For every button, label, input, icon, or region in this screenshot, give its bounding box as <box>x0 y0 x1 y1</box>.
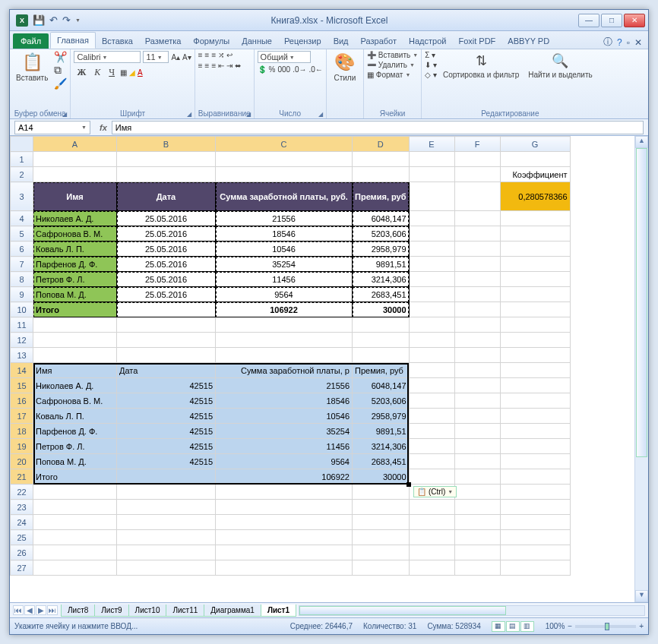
tab-layout[interactable]: Разметка <box>139 33 188 49</box>
cell[interactable] <box>216 545 353 560</box>
scroll-down-icon[interactable]: ▼ <box>635 590 648 602</box>
cell[interactable] <box>409 424 454 439</box>
window-close-icon[interactable]: ✕ <box>634 37 642 48</box>
cell[interactable]: 42515 <box>117 424 216 439</box>
cells-insert-button[interactable]: ➕Вставить▼ <box>367 51 418 59</box>
cell[interactable] <box>117 560 216 576</box>
cell[interactable] <box>117 515 216 530</box>
cell[interactable] <box>216 530 353 545</box>
cell[interactable] <box>117 530 216 545</box>
name-box[interactable]: A14▼ <box>14 121 90 134</box>
tab-foxit[interactable]: Foxit PDF <box>452 33 501 49</box>
cell[interactable] <box>216 348 353 363</box>
cell[interactable]: 9891,51 <box>353 424 410 439</box>
cell[interactable] <box>409 152 454 167</box>
cell[interactable] <box>500 226 570 242</box>
row-header[interactable]: 12 <box>11 333 33 348</box>
cell[interactable]: Итого <box>33 469 117 485</box>
row-header[interactable]: 19 <box>11 439 33 454</box>
cell[interactable]: 9564 <box>216 454 353 469</box>
cell[interactable] <box>353 560 410 576</box>
cell[interactable]: 30000 <box>353 469 410 485</box>
cell[interactable]: Итого <box>33 302 117 317</box>
tab-nav-prev-icon[interactable]: ◀ <box>24 605 35 615</box>
cell[interactable] <box>353 348 410 363</box>
border-icon[interactable]: ▦ <box>120 68 127 77</box>
cell[interactable] <box>33 545 117 560</box>
cell[interactable]: Премия, руб <box>353 363 410 378</box>
tab-file[interactable]: Файл <box>13 33 49 49</box>
cell[interactable]: Имя <box>33 182 117 211</box>
cell[interactable] <box>409 333 454 348</box>
row-header[interactable]: 20 <box>11 454 33 469</box>
cell[interactable] <box>216 485 353 500</box>
cell[interactable]: 42515 <box>117 409 216 424</box>
cell[interactable]: 10546 <box>216 409 353 424</box>
row-header[interactable]: 27 <box>11 560 33 576</box>
cell[interactable] <box>500 257 570 272</box>
cell[interactable]: Сафронова В. М. <box>33 226 117 242</box>
cell[interactable] <box>409 469 454 485</box>
cell[interactable] <box>33 485 117 500</box>
column-header[interactable]: E <box>409 137 454 152</box>
cell[interactable]: 2958,979 <box>353 242 410 257</box>
cell[interactable] <box>500 439 570 454</box>
tab-addins[interactable]: Надстрой <box>403 33 452 49</box>
align-middle-icon[interactable]: ≡ <box>205 51 210 59</box>
cell[interactable] <box>353 333 410 348</box>
cell[interactable] <box>454 545 500 560</box>
cell[interactable] <box>500 211 570 226</box>
cell[interactable] <box>409 439 454 454</box>
cell[interactable]: 2683,451 <box>353 287 410 302</box>
cell[interactable] <box>454 182 500 211</box>
row-header[interactable]: 16 <box>11 393 33 409</box>
cell[interactable] <box>33 500 117 515</box>
cell[interactable] <box>500 454 570 469</box>
comma-icon[interactable]: 000 <box>277 65 290 74</box>
cell[interactable]: Попова М. Д. <box>33 454 117 469</box>
cell[interactable] <box>454 560 500 576</box>
cell[interactable]: Парфенов Д. Ф. <box>33 424 117 439</box>
cell[interactable] <box>454 393 500 409</box>
cell[interactable] <box>454 333 500 348</box>
row-header[interactable]: 5 <box>11 226 33 242</box>
row-header[interactable]: 23 <box>11 500 33 515</box>
tab-nav-first-icon[interactable]: ⏮ <box>13 605 24 615</box>
cell[interactable] <box>409 378 454 393</box>
qat-dropdown-icon[interactable]: ▼ <box>75 17 81 23</box>
column-header[interactable]: B <box>117 137 216 152</box>
cell[interactable]: 11456 <box>216 272 353 287</box>
cell[interactable] <box>409 560 454 576</box>
cut-icon[interactable]: ✂️ <box>54 51 67 63</box>
tab-view[interactable]: Вид <box>327 33 355 49</box>
tab-formulas[interactable]: Формулы <box>187 33 236 49</box>
sheet-tab[interactable]: Диаграмма1 <box>204 605 261 617</box>
cell[interactable]: 35254 <box>216 257 353 272</box>
tab-insert[interactable]: Вставка <box>96 33 139 49</box>
indent-decrease-icon[interactable]: ⇤ <box>218 62 224 70</box>
cell[interactable]: Коэффициент <box>500 167 570 182</box>
cell[interactable]: Попова М. Д. <box>33 287 117 302</box>
cell[interactable] <box>500 363 570 378</box>
row-header[interactable]: 18 <box>11 424 33 439</box>
cell[interactable] <box>500 560 570 576</box>
cell[interactable]: 42515 <box>117 454 216 469</box>
sort-filter-button[interactable]: ⇅Сортировка и фильтр <box>440 51 522 80</box>
cell[interactable]: 2958,979 <box>353 409 410 424</box>
row-header[interactable]: 17 <box>11 409 33 424</box>
tab-abbyy[interactable]: ABBYY PD <box>501 33 555 49</box>
cell[interactable] <box>33 167 117 182</box>
cell[interactable] <box>454 515 500 530</box>
copy-icon[interactable]: ⧉ <box>54 64 67 77</box>
sheet-tab[interactable]: Лист11 <box>166 605 204 617</box>
cell[interactable] <box>454 469 500 485</box>
cell[interactable] <box>33 152 117 167</box>
cell[interactable] <box>216 515 353 530</box>
cell[interactable] <box>216 152 353 167</box>
cell[interactable] <box>454 152 500 167</box>
cell[interactable]: Дата <box>117 363 216 378</box>
fill-icon[interactable]: ⬇ ▾ <box>425 61 437 69</box>
cell[interactable] <box>117 152 216 167</box>
zoom-out-icon[interactable]: − <box>568 622 572 630</box>
cell[interactable] <box>33 530 117 545</box>
